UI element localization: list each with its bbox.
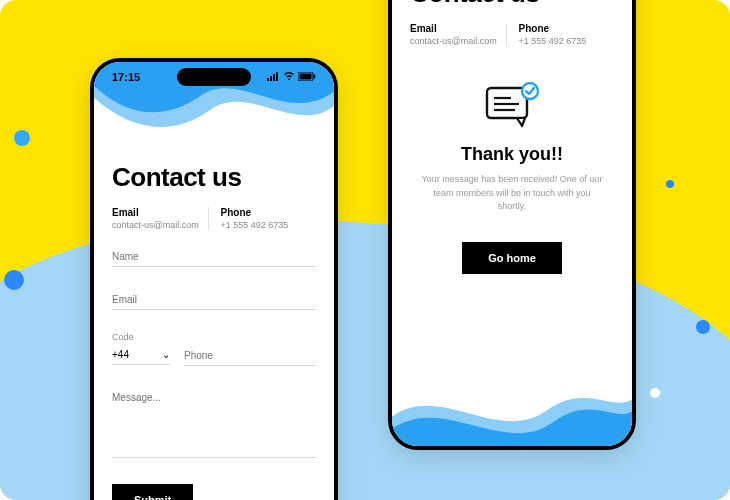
- email-label: Email: [112, 207, 208, 218]
- email-label: Email: [410, 23, 506, 34]
- dot-decoration: [696, 320, 710, 334]
- thankyou-title: Thank you!!: [410, 144, 614, 165]
- svg-rect-5: [300, 73, 312, 79]
- email-input[interactable]: [112, 290, 316, 310]
- email-value: contact-us@mail.com: [112, 220, 208, 230]
- page-title: Contact us: [410, 0, 614, 9]
- email-value: contact-us@mail.com: [410, 36, 506, 46]
- contact-info: Email contact-us@mail.com Phone +1 555 4…: [410, 23, 614, 46]
- dot-decoration: [14, 130, 30, 146]
- svg-rect-3: [276, 72, 278, 81]
- contact-info: Email contact-us@mail.com Phone +1 555 4…: [112, 207, 316, 230]
- phone-value: +1 555 492 6735: [519, 36, 615, 46]
- wave-bottom-decoration: [390, 376, 634, 448]
- phone-mockup-form: 17:15 Contact us Email contact-us@mail.c…: [90, 58, 338, 500]
- battery-icon: [298, 72, 316, 83]
- success-message-icon: [410, 82, 614, 132]
- name-input[interactable]: [112, 247, 316, 267]
- phone-notch: [177, 68, 251, 86]
- phone-value: +1 555 492 6735: [221, 220, 317, 230]
- svg-rect-2: [273, 74, 275, 81]
- svg-rect-0: [267, 78, 269, 81]
- thankyou-body: Your message has been received! One of o…: [410, 173, 614, 214]
- dot-decoration: [650, 388, 660, 398]
- dot-decoration: [666, 180, 674, 188]
- phone-label: Phone: [221, 207, 317, 218]
- go-home-button[interactable]: Go home: [462, 242, 562, 274]
- wifi-icon: [283, 72, 295, 83]
- phone-mockup-thankyou: Contact us Email contact-us@mail.com Pho…: [388, 0, 636, 450]
- svg-rect-6: [314, 74, 316, 78]
- page-title: Contact us: [112, 162, 316, 193]
- country-code-select[interactable]: +44 ⌄: [112, 345, 170, 365]
- code-value: +44: [112, 349, 129, 360]
- phone-label: Phone: [519, 23, 615, 34]
- dot-decoration: [4, 270, 24, 290]
- chevron-down-icon: ⌄: [162, 349, 170, 360]
- message-input[interactable]: [112, 388, 316, 458]
- svg-rect-1: [270, 76, 272, 81]
- submit-button[interactable]: Submit: [112, 484, 193, 500]
- status-icons: [267, 72, 316, 83]
- code-label: Code: [112, 332, 170, 342]
- phone-input[interactable]: [184, 346, 316, 366]
- signal-icon: [267, 72, 280, 83]
- showcase-canvas: 17:15 Contact us Email contact-us@mail.c…: [0, 0, 730, 500]
- status-time: 17:15: [112, 71, 140, 83]
